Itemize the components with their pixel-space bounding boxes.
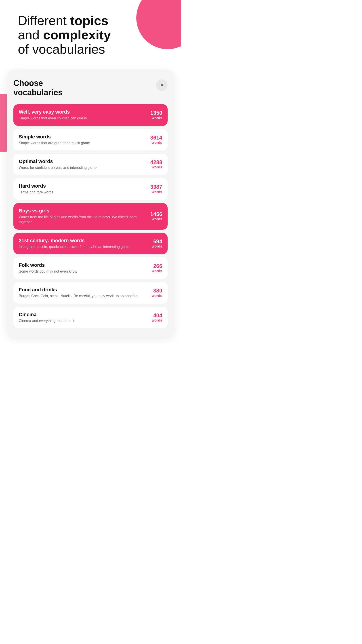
vocab-card-count-label-food-drinks: words [152, 294, 162, 298]
vocab-card-hard[interactable]: Hard words Terms and rare words 3387 wor… [13, 178, 168, 200]
vocab-card-count-very-easy: 1350 words [150, 110, 162, 120]
vocab-card-count-number-21st-century: 694 [152, 238, 162, 244]
vocab-card-desc-simple: Simple words that are great for a quick … [19, 141, 147, 146]
vocab-card-title-optimal: Optimal words [19, 158, 147, 164]
vocab-card-title-hard: Hard words [19, 183, 147, 189]
vocab-card-content: Cinema Cinema and everything related to … [19, 312, 148, 323]
vocab-card-title-folk: Folk words [19, 262, 148, 268]
vocab-card-count-label-simple: words [150, 141, 162, 145]
vocab-card-content: Optimal words Words for confident player… [19, 158, 147, 170]
vocab-card-count-food-drinks: 380 words [152, 288, 162, 298]
modal-title: Choosevocabularies [13, 78, 62, 97]
vocab-card-simple[interactable]: Simple words Simple words that are great… [13, 129, 168, 150]
vocab-card-count-number-very-easy: 1350 [150, 110, 162, 116]
vocab-card-title-21st-century: 21st century: modern words [19, 238, 148, 244]
vocab-card-very-easy[interactable]: Well, very easy words Simple words that … [13, 104, 168, 126]
vocab-card-count-optimal: 4288 words [150, 160, 162, 169]
vocab-card-count-label-boys-vs-girls: words [150, 217, 162, 221]
vocab-card-desc-food-drinks: Burger, Coca Cola, steak, Nutella. Be ca… [19, 294, 148, 298]
vocab-card-content: Hard words Terms and rare words [19, 183, 147, 195]
vocab-card-title-food-drinks: Food and drinks [19, 287, 148, 293]
vocab-card-count-label-21st-century: words [152, 244, 162, 248]
vocab-card-content: 21st century: modern words Instagram, bi… [19, 238, 148, 249]
header: Different topics and complexity of vocab… [0, 0, 181, 65]
close-icon: ✕ [160, 82, 164, 88]
vocab-card-title-boys-vs-girls: Boys vs girls [19, 208, 147, 214]
vocab-card-boys-vs-girls[interactable]: Boys vs girls Words from the life of gir… [13, 203, 168, 230]
vocab-card-count-21st-century: 694 words [152, 238, 162, 248]
vocabulary-modal: Choosevocabularies ✕ Well, very easy wor… [7, 70, 174, 337]
vocab-card-title-simple: Simple words [19, 134, 147, 140]
vocab-card-21st-century[interactable]: 21st century: modern words Instagram, bi… [13, 233, 168, 254]
modal-header: Choosevocabularies ✕ [13, 78, 168, 97]
page-title: Different topics and complexity of vocab… [18, 14, 163, 56]
vocab-card-count-cinema: 404 words [152, 312, 162, 322]
vocab-card-count-folk: 266 words [152, 263, 162, 273]
vocab-card-count-simple: 3614 words [150, 135, 162, 145]
vocab-card-desc-hard: Terms and rare words [19, 190, 147, 195]
vocabulary-list: Well, very easy words Simple words that … [13, 104, 168, 328]
vocab-card-count-number-folk: 266 [152, 263, 162, 269]
vocab-card-count-number-simple: 3614 [150, 135, 162, 141]
vocab-card-food-drinks[interactable]: Food and drinks Burger, Coca Cola, steak… [13, 282, 168, 304]
vocab-card-count-number-hard: 3387 [150, 184, 162, 190]
vocab-card-desc-cinema: Cinema and everything related to it [19, 318, 148, 323]
vocab-card-count-label-hard: words [150, 190, 162, 194]
vocab-card-content: Boys vs girls Words from the life of gir… [19, 208, 147, 225]
vocab-card-desc-very-easy: Simple words that even children can gues… [19, 116, 147, 121]
vocab-card-count-label-optimal: words [150, 165, 162, 169]
vocab-card-cinema[interactable]: Cinema Cinema and everything related to … [13, 307, 168, 328]
vocab-card-desc-21st-century: Instagram, bitcoin, quadcopter, tracker?… [19, 244, 148, 249]
vocab-card-count-number-cinema: 404 [152, 312, 162, 318]
vocab-card-count-label-folk: words [152, 269, 162, 273]
vocab-card-content: Food and drinks Burger, Coca Cola, steak… [19, 287, 148, 298]
vocab-card-count-boys-vs-girls: 1456 words [150, 211, 162, 221]
vocab-card-count-label-cinema: words [152, 318, 162, 322]
vocab-card-content: Well, very easy words Simple words that … [19, 109, 147, 121]
vocab-card-desc-boys-vs-girls: Words from the life of girls and words f… [19, 215, 147, 225]
vocab-card-content: Folk words Some words you may not even k… [19, 262, 148, 274]
vocab-card-optimal[interactable]: Optimal words Words for confident player… [13, 154, 168, 175]
vocab-card-count-hard: 3387 words [150, 184, 162, 194]
vocab-card-count-number-boys-vs-girls: 1456 [150, 211, 162, 217]
vocab-card-title-very-easy: Well, very easy words [19, 109, 147, 115]
vocab-card-desc-optimal: Words for confident players and interest… [19, 165, 147, 170]
vocab-card-count-number-optimal: 4288 [150, 160, 162, 165]
vocab-card-count-number-food-drinks: 380 [152, 288, 162, 294]
vocab-card-folk[interactable]: Folk words Some words you may not even k… [13, 258, 168, 279]
vocab-card-content: Simple words Simple words that are great… [19, 134, 147, 146]
vocab-card-count-label-very-easy: words [150, 116, 162, 120]
close-button[interactable]: ✕ [156, 80, 168, 91]
vocab-card-title-cinema: Cinema [19, 312, 148, 318]
vocab-card-desc-folk: Some words you may not even know [19, 269, 148, 274]
